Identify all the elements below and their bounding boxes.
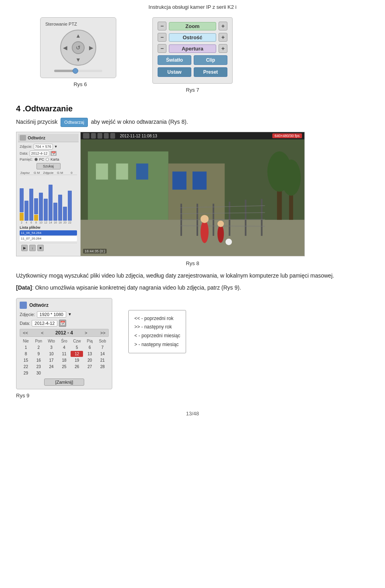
dp-close-btn[interactable]: [Zamknij] xyxy=(44,379,84,386)
pb-bar-blue-9 xyxy=(58,195,62,221)
dp-day-13[interactable]: 13 xyxy=(83,351,96,357)
dp-day-14[interactable]: 14 xyxy=(96,351,109,357)
ptz-down-arrow[interactable]: ▼ xyxy=(75,56,81,63)
dp-day-23[interactable]: 23 xyxy=(32,364,45,370)
rys9-label: Rys 9 xyxy=(16,393,369,399)
dp-day-7[interactable]: 7 xyxy=(96,344,109,350)
ustaw-btn[interactable]: Ustaw xyxy=(158,67,191,77)
dp-day-4[interactable]: 4 xyxy=(58,344,71,350)
page-number: 13/48 xyxy=(186,411,199,417)
focus-minus-btn[interactable]: − xyxy=(158,33,166,42)
pb-bar-num-8: 16 xyxy=(54,221,57,224)
zoom-plus-btn[interactable]: + xyxy=(219,22,227,30)
dp-title-row: Odtwórz xyxy=(20,302,109,309)
pb-col-zapiszG: Zapisz xyxy=(20,171,30,175)
light-btn[interactable]: Światło xyxy=(158,55,191,65)
pb-col-zdjecieG: Zdjęcie xyxy=(43,171,54,175)
dp-next-year-btn[interactable]: >> xyxy=(99,330,107,335)
dp-day-17[interactable]: 17 xyxy=(45,357,58,363)
pb-col-zdjecieM: G M xyxy=(55,171,65,175)
pb-bar-blue-6 xyxy=(44,199,48,221)
dp-day-12[interactable]: 12 xyxy=(71,351,83,357)
pb-video-overlay: 16:44:35 (0:) xyxy=(83,249,107,254)
dp-day-24[interactable]: 24 xyxy=(45,364,58,370)
dp-day-29[interactable]: 29 xyxy=(20,370,32,376)
dp-day-28[interactable]: 28 xyxy=(96,364,109,370)
ptz-center-btn[interactable]: ↺ xyxy=(72,41,85,54)
zoom-minus-btn[interactable]: − xyxy=(158,22,166,30)
dp-day-9[interactable]: 9 xyxy=(32,351,45,357)
pb-radio-karta xyxy=(46,158,49,161)
dp-next-month-btn[interactable]: > xyxy=(83,330,88,335)
dp-day-19[interactable]: 19 xyxy=(71,357,83,363)
pb-bar-blue-2 xyxy=(24,201,28,221)
ptz-dpad[interactable]: ▲ ▼ ◀ ▶ ↺ xyxy=(60,30,96,66)
dp-prev-month-btn[interactable]: < xyxy=(40,330,45,335)
dp-weekday-sro: Śro xyxy=(58,338,71,344)
pb-play-btn[interactable]: ▶ xyxy=(21,245,28,251)
pb-pc-label: PC xyxy=(39,157,45,161)
dp-day-3[interactable]: 3 xyxy=(45,344,58,350)
dp-day-1[interactable]: 1 xyxy=(20,344,32,350)
dp-date-value: 2012-4-12 xyxy=(32,320,57,326)
ptz-reload-icon: ↺ xyxy=(76,44,81,51)
dp-day-11[interactable]: 11 xyxy=(58,351,71,357)
svg-rect-3 xyxy=(96,163,108,179)
ptz-left-arrow[interactable]: ◀ xyxy=(63,44,67,51)
dp-date-label: Data: xyxy=(20,321,30,326)
legend-line3: < - poprzedni miesiąc xyxy=(134,332,180,340)
dp-day-8[interactable]: 8 xyxy=(20,351,32,357)
aperture-plus-btn[interactable]: + xyxy=(219,44,227,53)
datepicker-panel: Odtwórz Zdjęcie: 1920 * 1080 ▼ Data: 201… xyxy=(16,298,112,389)
clip-btn[interactable]: Clip xyxy=(194,55,227,65)
dp-day-10[interactable]: 10 xyxy=(45,351,58,357)
dp-day-21[interactable]: 21 xyxy=(96,357,109,363)
body-text2: [Data]: Okno umożliwia wpisanie konkretn… xyxy=(16,283,369,292)
ptz-slider-row xyxy=(45,70,111,72)
focus-plus-btn[interactable]: + xyxy=(219,33,227,42)
pb-bar-num-4: 8 xyxy=(35,221,37,224)
rys7-label: Rys 7 xyxy=(152,87,233,93)
pb-table-header: Zapisz G M Zdjęcie G M 0 xyxy=(20,171,77,175)
dp-day-20[interactable]: 20 xyxy=(83,357,96,363)
pb-stop-btn[interactable]: ■ xyxy=(37,245,44,251)
dp-cal-icon[interactable]: 📅 xyxy=(59,320,66,327)
pb-col-num: 0 xyxy=(66,171,77,175)
dp-day-15[interactable]: 15 xyxy=(20,357,32,363)
ptz-right-arrow[interactable]: ▶ xyxy=(89,44,93,51)
playback-screenshot: Odtwórz Zdjęcie: 704 × 576 ▼ Data: 2012-… xyxy=(16,132,305,256)
preset-btn[interactable]: Preset xyxy=(194,67,227,77)
dp-day-16[interactable]: 16 xyxy=(32,357,45,363)
pb-memory-label: Pamięć: xyxy=(20,157,33,161)
aperture-minus-btn[interactable]: − xyxy=(158,44,166,53)
pb-main: 2012-11-12 11:08:13 640×480/30 fps xyxy=(81,132,304,256)
pb-download-btn[interactable]: ↓ xyxy=(29,245,36,251)
dp-day-18[interactable]: 18 xyxy=(58,357,71,363)
dp-day-25[interactable]: 25 xyxy=(58,364,71,370)
dp-day-26[interactable]: 26 xyxy=(71,364,83,370)
pb-forward-icon xyxy=(104,133,109,139)
ptz-slider[interactable] xyxy=(54,70,102,72)
pb-search-btn[interactable]: Szukaj xyxy=(36,163,61,169)
dp-day-27[interactable]: 27 xyxy=(83,364,96,370)
dp-prev-year-btn[interactable]: << xyxy=(22,330,29,335)
pb-bar-blue-5 xyxy=(39,193,43,221)
ptz-up-arrow[interactable]: ▲ xyxy=(75,32,81,39)
pb-file1[interactable]: 11_06_54.264 xyxy=(20,230,77,236)
pb-photo-value: 704 × 576 xyxy=(34,144,53,149)
pb-play-icon xyxy=(83,133,89,139)
ptz-title: Sterowanie PTZ xyxy=(45,22,111,26)
page-header: Instrukcja obsługi kamer IP z serii K2 i xyxy=(0,0,385,13)
dp-day-22[interactable]: 22 xyxy=(20,364,32,370)
dp-day-5[interactable]: 5 xyxy=(71,344,83,350)
dp-day-empty-3 xyxy=(71,370,83,376)
dp-day-2[interactable]: 2 xyxy=(32,344,45,350)
ptz-slider-thumb xyxy=(73,68,78,74)
cam-controls: − Zoom + − Ostrość + − Apertura + xyxy=(152,17,233,93)
pb-file2[interactable]: 11_07_20.264 xyxy=(20,236,77,241)
dp-day-6[interactable]: 6 xyxy=(83,344,96,350)
pb-photo-label: Zdjęcie: xyxy=(20,145,32,149)
svg-rect-5 xyxy=(136,163,148,179)
odtworz-inline-btn[interactable]: Odtwarzaj xyxy=(61,118,88,127)
dp-day-30[interactable]: 30 xyxy=(32,370,45,376)
